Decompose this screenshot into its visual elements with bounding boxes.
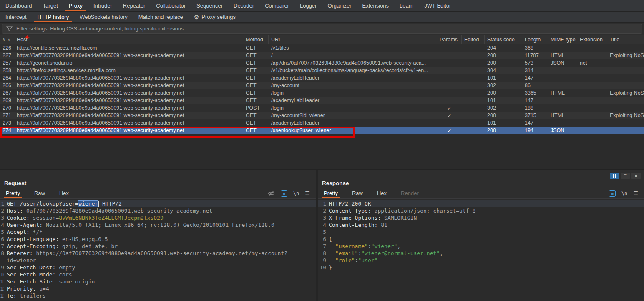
subtab-http-history[interactable]: HTTP history [32,12,75,22]
cell-host: https://contile.services.mozilla.com [14,44,243,52]
code-segment: , [440,250,443,256]
column-header-mime-type[interactable]: MIME type [548,35,577,44]
column-label: Edited [464,37,479,43]
subtab-intercept[interactable]: Intercept [0,12,32,22]
code-segment: Sec-Fetch-Mode: [7,271,55,278]
tab-pretty[interactable]: Pretty [4,188,22,198]
menu-item-extensions[interactable]: Extensions [357,0,395,11]
cell-params: ✓ [437,104,462,112]
menu-item-target[interactable]: Target [38,0,63,11]
http-history-row[interactable]: 226https://contile.services.mozilla.comG… [0,44,644,52]
table-header: #∧HostMethodURLParamsEditedStatus codeLe… [0,35,644,44]
cell-params [437,89,462,97]
request-tab-icons: ≡ \n ☰ [267,190,312,197]
line-number: 9 [318,257,326,264]
menu-item-comparer[interactable]: Comparer [259,0,294,11]
tab-hex[interactable]: Hex [375,188,388,198]
code-segment [329,257,335,263]
http-history-row[interactable]: 274https://0af7007703269f4880e9ad4a00650… [0,127,644,134]
menu-item-organizer[interactable]: Organizer [322,0,357,11]
cell-url: /my-account [269,82,437,89]
http-history-row[interactable]: 271https://0af7007703269f4880e9ad4a00650… [0,112,644,119]
editor-line: 9Sec-Fetch-Dest: empty [0,264,316,271]
column-header-params[interactable]: Params [437,35,462,44]
prettify-icon[interactable]: ≡ [609,190,616,197]
cell-length: 147 [522,97,548,104]
column-header-status-code[interactable]: Status code [485,35,522,44]
tab-raw[interactable]: Raw [33,188,47,198]
cell-number: 271 [0,112,14,119]
cell-extension [577,82,607,89]
subtab-proxy-settings[interactable]: ⚙Proxy settings [189,12,241,22]
line-content: X-Frame-Options: SAMEORIGIN [326,214,644,221]
menu-item-logger[interactable]: Logger [294,0,322,11]
menu-item-dashboard[interactable]: Dashboard [0,0,38,11]
cell-title [607,119,644,127]
http-history-row[interactable]: 257https://geonet.shodan.ioGET/api/dns/0… [0,59,644,67]
http-history-row[interactable]: 227https://0af7007703269f4880e9ad4a00650… [0,52,644,59]
menu-item-proxy[interactable]: Proxy [63,0,88,11]
response-editor-tabs: PrettyRawHexRender ≡ \n ☰ [318,188,644,199]
menu-item-jwt-editor[interactable]: JWT Editor [419,0,456,11]
tab-hex[interactable]: Hex [58,188,70,198]
http-history-row[interactable]: 267https://0af7007703269f4880e9ad4a00650… [0,89,644,97]
code-segment: Te: [7,293,16,299]
menu-item-decoder[interactable]: Decoder [228,0,259,11]
response-editor[interactable]: 1HTTP/2 200 OK2Content-Type: application… [318,199,644,301]
column-header-number[interactable]: #∧ [0,35,14,44]
column-header-extension[interactable]: Extension [577,35,607,44]
layout-stack-view-button[interactable]: ☰ [621,173,630,179]
subtab-websockets-history[interactable]: WebSockets history [74,12,133,22]
cell-url: / [269,52,437,59]
code-segment: trailers [16,293,45,299]
cell-mime-type: HTML [548,52,577,59]
subtab-match-and-replace[interactable]: Match and replace [133,12,189,22]
cell-mime-type [548,67,577,74]
cell-number: 274 [0,127,14,134]
line-content: } [326,264,644,271]
cell-status-code: 200 [485,89,522,97]
editor-line: 7 "username":"wiener", [318,243,644,250]
menu-item-sequencer[interactable]: Sequencer [191,0,228,11]
line-number: 10 [0,271,4,278]
request-editor[interactable]: 1GET /user/lookup?user=wiener HTTP/22Hos… [0,199,316,301]
column-header-method[interactable]: Method [243,35,269,44]
menu-icon[interactable]: ☰ [633,190,638,196]
menu-item-repeater[interactable]: Repeater [118,0,151,11]
tab-raw[interactable]: Raw [350,188,365,198]
menu-icon[interactable]: ☰ [305,190,310,196]
newline-icon[interactable]: \n [621,191,627,196]
column-label: Extension [580,37,603,43]
menu-item-collaborator[interactable]: Collaborator [151,0,191,11]
code-segment: Content-Type: [329,208,371,214]
menu-item-intruder[interactable]: Intruder [88,0,118,11]
cell-length: 188 [522,104,548,112]
http-history-row[interactable]: 264https://0af7007703269f4880e9ad4a00650… [0,74,644,82]
column-header-length[interactable]: Length [522,35,548,44]
http-history-row[interactable]: 270https://0af7007703269f4880e9ad4a00650… [0,104,644,112]
cell-length: 368 [522,44,548,52]
http-history-row[interactable]: 273https://0af7007703269f4880e9ad4a00650… [0,119,644,127]
cell-status-code: 200 [485,127,522,134]
layout-single-view-button[interactable]: ■ [631,173,641,179]
column-header-url[interactable]: URL [269,35,437,44]
tab-pretty[interactable]: Pretty [322,188,340,198]
prettify-icon[interactable]: ≡ [281,190,287,197]
filter-settings-bar[interactable]: Filter settings: Hiding CSS and image co… [2,24,642,34]
newline-icon[interactable]: \n [293,191,299,196]
column-header-edited[interactable]: Edited [462,35,485,44]
http-history-row[interactable]: 269https://0af7007703269f4880e9ad4a00650… [0,97,644,104]
eye-off-icon[interactable] [267,191,275,196]
layout-split-view-button[interactable] [610,173,619,179]
http-history-row[interactable]: 266https://0af7007703269f4880e9ad4a00650… [0,82,644,89]
line-content: Accept-Encoding: gzip, deflate, br [4,243,316,250]
cell-url: /api/dns/0af7007703269f4880e9ad4a0065009… [269,59,437,67]
menu-item-learn[interactable]: Learn [394,0,419,11]
code-segment [329,243,335,249]
column-header-host[interactable]: Host [14,35,243,44]
tab-render: Render [399,188,420,198]
http-history-row[interactable]: 258https://firefox.settings.services.moz… [0,67,644,74]
cell-params: ✓ [437,112,462,119]
column-label: Length [525,37,541,43]
column-header-title[interactable]: Title [607,35,644,44]
